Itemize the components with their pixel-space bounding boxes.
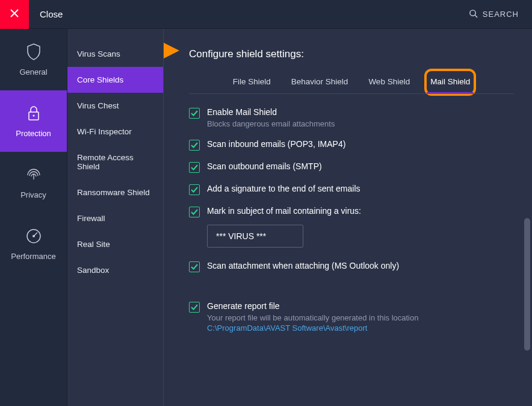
gauge-icon <box>25 228 42 245</box>
check-icon <box>191 142 198 149</box>
checkbox-inbound[interactable] <box>189 140 200 151</box>
callout-arrow-icon <box>164 42 179 59</box>
option-label: Add a signature to the end of sent email… <box>207 184 360 193</box>
search-button[interactable]: SEARCH <box>469 9 532 20</box>
check-icon <box>191 304 198 311</box>
nav-item-privacy[interactable]: Privacy <box>0 152 67 213</box>
checkbox-mark-subject[interactable] <box>189 207 200 217</box>
page-title: Configure shield settings: <box>189 48 514 60</box>
tab-web-shield[interactable]: Web Shield <box>365 71 413 93</box>
svg-point-0 <box>470 10 475 15</box>
sub-item-sandbox[interactable]: Sandbox <box>67 257 163 283</box>
tab-behavior-shield[interactable]: Behavior Shield <box>288 71 352 93</box>
option-label: Mark in subject of mail containing a vir… <box>207 206 361 216</box>
checkbox-report[interactable] <box>189 302 200 313</box>
option-generate-report: Generate report file Your report file wi… <box>189 301 514 333</box>
check-icon <box>191 110 198 117</box>
check-icon <box>191 208 198 216</box>
option-desc: Blocks dangerous email attachments <box>207 119 335 128</box>
search-label: SEARCH <box>483 10 519 19</box>
check-icon <box>191 164 198 171</box>
svg-point-4 <box>32 235 35 237</box>
nav-sidebar: General Protection Privacy Performance <box>0 29 67 406</box>
checkbox-enable[interactable] <box>189 108 200 119</box>
fingerprint-icon <box>25 166 42 183</box>
checkbox-outbound[interactable] <box>189 162 200 173</box>
option-scan-inbound: Scan inbound emails (POP3, IMAP4) <box>189 139 514 151</box>
nav-label: Protection <box>16 129 51 138</box>
close-icon <box>10 9 19 20</box>
option-mark-subject: Mark in subject of mail containing a vir… <box>189 206 514 217</box>
close-button[interactable] <box>0 0 29 29</box>
close-label: Close <box>40 9 63 19</box>
scrollbar-thumb[interactable] <box>524 218 530 351</box>
main-layout: General Protection Privacy Performance V… <box>0 29 532 406</box>
nav-label: Privacy <box>20 190 46 199</box>
nav-label: Performance <box>11 252 55 261</box>
virus-tag-input[interactable] <box>207 225 303 248</box>
check-icon <box>191 263 198 270</box>
sub-item-real-site[interactable]: Real Site <box>67 231 163 257</box>
content-area: Configure shield settings: File Shield B… <box>164 29 532 406</box>
titlebar: Close SEARCH <box>0 0 532 29</box>
shield-tabs: File Shield Behavior Shield Web Shield M… <box>189 71 514 94</box>
sub-item-virus-scans[interactable]: Virus Scans <box>67 41 163 67</box>
sub-item-wifi-inspector[interactable]: Wi-Fi Inspector <box>67 119 163 145</box>
option-label: Scan outbound emails (SMTP) <box>207 161 322 171</box>
checkbox-attachment[interactable] <box>189 261 200 272</box>
option-enable-mail-shield: Enable Mail Shield Blocks dangerous emai… <box>189 107 514 128</box>
report-path-link[interactable]: C:\ProgramData\AVAST Software\Avast\repo… <box>207 323 418 333</box>
option-scan-outbound: Scan outbound emails (SMTP) <box>189 161 514 173</box>
svg-point-2 <box>32 114 34 116</box>
tab-file-shield[interactable]: File Shield <box>229 71 274 93</box>
option-scan-attachment: Scan attachment when attaching (MS Outlo… <box>189 261 514 272</box>
nav-item-general[interactable]: General <box>0 29 67 90</box>
nav-item-performance[interactable]: Performance <box>0 213 67 275</box>
check-icon <box>191 186 198 193</box>
option-label: Enable Mail Shield <box>207 107 335 117</box>
option-desc: Your report file will be automatically g… <box>207 313 418 322</box>
nav-label: General <box>19 67 47 77</box>
option-label: Generate report file <box>207 301 418 311</box>
sub-item-virus-chest[interactable]: Virus Chest <box>67 93 163 119</box>
nav-item-protection[interactable]: Protection <box>0 90 67 152</box>
search-icon <box>469 9 478 20</box>
sub-item-ransomware[interactable]: Ransomware Shield <box>67 180 163 205</box>
option-label: Scan inbound emails (POP3, IMAP4) <box>207 139 345 149</box>
sub-sidebar: Virus Scans Core Shields Virus Chest Wi-… <box>67 29 164 406</box>
shield-icon <box>25 43 42 60</box>
sub-item-core-shields[interactable]: Core Shields <box>67 67 163 93</box>
checkbox-signature[interactable] <box>189 184 200 195</box>
option-label: Scan attachment when attaching (MS Outlo… <box>207 261 399 270</box>
sub-item-firewall[interactable]: Firewall <box>67 205 163 231</box>
lock-icon <box>25 105 42 122</box>
option-signature: Add a signature to the end of sent email… <box>189 184 514 195</box>
titlebar-left: Close <box>0 0 63 29</box>
tab-mail-shield[interactable]: Mail Shield <box>427 71 474 93</box>
sub-item-remote-access[interactable]: Remote Access Shield <box>67 145 163 180</box>
